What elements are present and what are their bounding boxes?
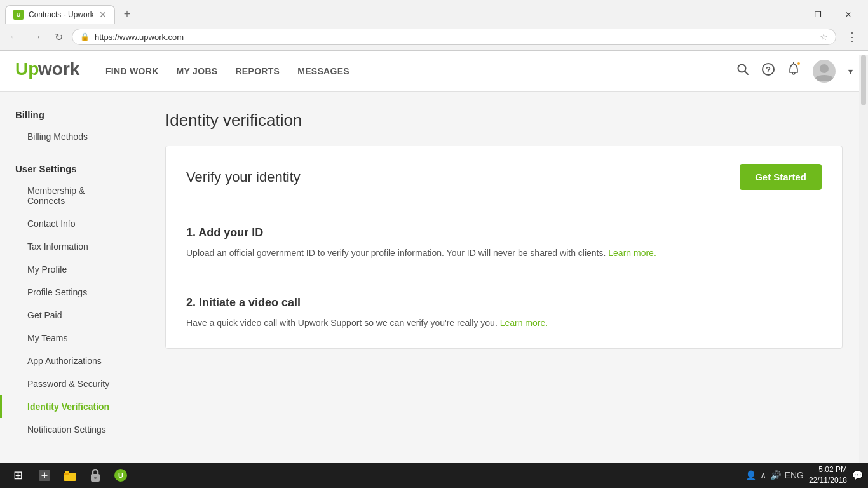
step2-desc: Have a quick video call with Upwork Supp… — [186, 316, 822, 330]
step2-section: 2. Initiate a video call Have a quick vi… — [166, 278, 842, 348]
step1-desc: Upload an official government ID to veri… — [186, 246, 822, 260]
notification-dot — [796, 61, 801, 66]
user-settings-section-title: User Settings — [0, 158, 140, 179]
sidebar-item-app-authorizations[interactable]: App Authorizations — [0, 349, 140, 372]
step2-desc-text: Have a quick video call with Upwork Supp… — [186, 318, 500, 328]
address-bar[interactable]: 🔒 https://www.upwork.com ☆ — [72, 29, 836, 45]
main-nav: FIND WORK MY JOBS REPORTS MESSAGES — [105, 66, 349, 76]
sidebar-item-membership-connects[interactable]: Membership & Connects — [0, 179, 140, 212]
sidebar-item-password-security[interactable]: Password & Security — [0, 372, 140, 395]
svg-text:Up: Up — [15, 59, 39, 79]
sidebar-item-contact-info[interactable]: Contact Info — [0, 212, 140, 235]
sidebar-item-tax-information[interactable]: Tax Information — [0, 235, 140, 258]
help-button[interactable]: ? — [762, 63, 775, 79]
get-started-button[interactable]: Get Started — [740, 164, 822, 190]
sidebar-item-notification-settings[interactable]: Notification Settings — [0, 418, 140, 441]
app-header: Up work FIND WORK MY JOBS REPORTS MESSAG… — [0, 51, 868, 92]
tab-close-button[interactable]: ✕ — [99, 10, 107, 20]
taskbar: ⊞ U 👤 ∧ 🔊 ENG 5:0 — [0, 463, 868, 484]
search-button[interactable] — [736, 63, 749, 79]
start-button[interactable]: ⊞ — [5, 465, 31, 484]
user-menu-dropdown[interactable]: ▾ — [848, 66, 853, 76]
bookmark-button[interactable]: ☆ — [820, 32, 828, 42]
sidebar-item-my-profile[interactable]: My Profile — [0, 258, 140, 281]
svg-point-7 — [820, 64, 829, 73]
taskbar-people-icon[interactable]: 👤 — [745, 470, 756, 480]
user-avatar — [813, 60, 836, 83]
scrollbar-track[interactable] — [859, 55, 868, 463]
taskbar-right: 👤 ∧ 🔊 ENG 5:02 PM 22/11/2018 💬 — [745, 464, 863, 484]
card-header-title: Verify your identity — [186, 169, 301, 186]
sidebar-item-get-paid[interactable]: Get Paid — [0, 304, 140, 327]
avatar-button[interactable] — [813, 60, 836, 83]
step1-title: 1. Add your ID — [186, 226, 822, 240]
lock-icon: 🔒 — [80, 32, 90, 41]
maximize-button[interactable]: ❐ — [803, 6, 832, 24]
sidebar: Billing Billing Methods User Settings Me… — [0, 92, 140, 484]
reports-link[interactable]: REPORTS — [235, 66, 280, 76]
step1-learn-more-link[interactable]: Learn more. — [608, 248, 656, 258]
notifications-button[interactable] — [787, 62, 800, 79]
svg-text:work: work — [37, 59, 80, 79]
taskbar-file-explorer-icon[interactable] — [58, 465, 81, 484]
browser-tab[interactable]: U Contracts - Upwork ✕ — [5, 5, 115, 24]
svg-point-15 — [94, 477, 97, 479]
step2-title: 2. Initiate a video call — [186, 296, 822, 309]
step2-learn-more-link[interactable]: Learn more. — [500, 318, 548, 328]
tab-title: Contracts - Upwork — [29, 10, 94, 19]
sidebar-item-my-teams[interactable]: My Teams — [0, 327, 140, 349]
messages-link[interactable]: MESSAGES — [297, 66, 349, 76]
sidebar-item-profile-settings[interactable]: Profile Settings — [0, 281, 140, 304]
svg-line-3 — [745, 71, 748, 74]
taskbar-lang-icon[interactable]: ENG — [785, 470, 804, 480]
step1-section: 1. Add your ID Upload an official govern… — [166, 208, 842, 278]
identity-card: Verify your identity Get Started 1. Add … — [165, 146, 843, 349]
my-jobs-link[interactable]: MY JOBS — [177, 66, 218, 76]
page-title: Identity verification — [165, 111, 843, 130]
taskbar-volume-icon[interactable]: 🔊 — [770, 470, 781, 480]
svg-rect-13 — [65, 471, 69, 473]
taskbar-date-display: 22/11/2018 — [809, 475, 847, 484]
step1-desc-text: Upload an official government ID to veri… — [186, 248, 608, 258]
close-button[interactable]: ✕ — [834, 6, 863, 24]
taskbar-clock[interactable]: 5:02 PM 22/11/2018 — [809, 464, 847, 484]
taskbar-upwork-icon[interactable]: U — [109, 465, 132, 484]
upwork-logo[interactable]: Up work — [15, 58, 85, 83]
page-wrapper: Billing Billing Methods User Settings Me… — [0, 92, 868, 484]
window-controls: — ❐ ✕ — [773, 6, 863, 24]
taskbar-lock-icon[interactable] — [84, 465, 107, 484]
tab-favicon: U — [13, 10, 24, 20]
find-work-link[interactable]: FIND WORK — [105, 66, 159, 76]
sidebar-item-billing-methods[interactable]: Billing Methods — [0, 125, 140, 148]
svg-text:?: ? — [766, 65, 771, 74]
taskbar-system-icons: 👤 ∧ 🔊 ENG — [745, 470, 804, 480]
billing-section-title: Billing — [0, 104, 140, 125]
address-text: https://www.upwork.com — [95, 32, 815, 42]
main-content: Identity verification Verify your identi… — [140, 92, 868, 484]
reload-button[interactable]: ↻ — [51, 29, 67, 46]
header-actions: ? ▾ — [736, 60, 853, 83]
minimize-button[interactable]: — — [773, 6, 802, 24]
logo-text: Up work — [15, 63, 85, 83]
taskbar-notification-icon[interactable]: 💬 — [852, 470, 863, 480]
forward-button[interactable]: → — [28, 29, 46, 45]
taskbar-time-display: 5:02 PM — [809, 464, 847, 475]
taskbar-chevron-icon[interactable]: ∧ — [760, 470, 766, 480]
scrollbar-thumb[interactable] — [861, 55, 866, 105]
card-header: Verify your identity Get Started — [166, 146, 842, 208]
new-tab-button[interactable]: + — [118, 4, 137, 25]
back-button[interactable]: ← — [5, 29, 23, 45]
sidebar-item-identity-verification[interactable]: Identity Verification — [0, 395, 140, 418]
taskbar-search-icon[interactable] — [33, 465, 56, 484]
more-options-button[interactable]: ⋮ — [841, 27, 863, 46]
